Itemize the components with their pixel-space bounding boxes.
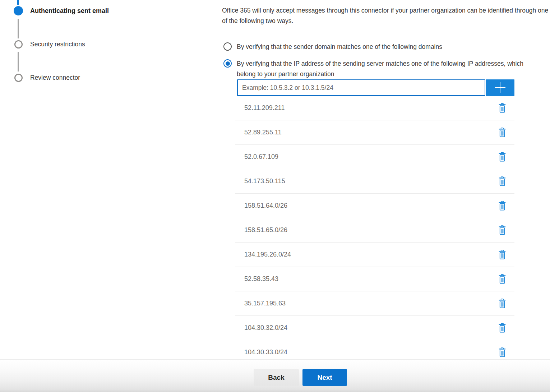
radio-option-ip-address[interactable]: By verifying that the IP address of the … [223,59,532,79]
ip-list-row: 35.157.195.63 [235,291,514,316]
delete-ip-button[interactable] [498,200,507,211]
trash-icon [498,274,506,284]
trash-icon [498,103,506,113]
back-button[interactable]: Back [254,369,299,386]
intro-text: Office 365 will only accept messages thr… [222,5,550,26]
ip-list-row: 52.58.35.43 [235,267,514,291]
trash-icon [498,176,506,186]
ip-list-row: 104.30.32.0/24 [235,316,514,340]
ip-list-row: 52.89.255.11 [235,120,514,145]
step-connector [18,19,19,38]
ip-value: 52.89.255.11 [244,129,282,136]
ip-list-row: 104.30.33.0/24 [235,340,514,359]
radio-button-ip-address[interactable] [223,59,232,68]
radio-option-label: By verifying that the sender domain matc… [237,42,442,52]
radio-button-sender-domain[interactable] [223,42,232,51]
delete-ip-button[interactable] [498,347,507,358]
ip-list-row: 158.51.65.0/26 [235,218,514,243]
footer-bar: Back Next [0,359,550,392]
trash-icon [498,201,506,211]
step-connector-top [17,0,19,5]
delete-ip-button[interactable] [498,298,507,309]
ip-value: 52.58.35.43 [244,275,278,283]
ip-value: 52.11.209.211 [244,104,285,112]
ip-value: 52.0.67.109 [244,153,278,161]
trash-icon [498,225,506,235]
ip-list-row: 158.51.64.0/26 [235,194,514,218]
step-marker-review[interactable] [14,74,23,82]
ip-value: 134.195.26.0/24 [244,251,291,258]
ip-value: 104.30.33.0/24 [244,349,287,356]
ip-list-row: 52.0.67.109 [235,145,514,169]
ip-value: 104.30.32.0/24 [244,324,287,332]
delete-ip-button[interactable] [498,176,507,187]
delete-ip-button[interactable] [498,249,507,260]
delete-ip-button[interactable] [498,322,507,333]
delete-ip-button[interactable] [498,102,507,114]
ip-value: 35.157.195.63 [244,300,286,307]
trash-icon [498,250,506,259]
radio-option-label: By verifying that the IP address of the … [237,59,532,79]
delete-ip-button[interactable] [498,151,507,162]
ip-value: 158.51.64.0/26 [244,202,287,209]
step-marker-authenticating[interactable] [14,6,23,15]
step-label-security: Security restrictions [30,40,85,49]
ip-value: 54.173.50.115 [244,177,285,185]
add-ip-button[interactable] [486,79,514,96]
trash-icon [498,299,506,308]
trash-icon [498,152,506,162]
radio-option-sender-domain[interactable]: By verifying that the sender domain matc… [223,42,532,52]
delete-ip-button[interactable] [498,225,507,236]
trash-icon [498,323,506,333]
trash-icon [498,128,506,137]
ip-list-row: 54.173.50.115 [235,169,514,194]
main-content: Office 365 will only accept messages thr… [196,0,550,359]
ip-list: 52.11.209.211 52.89.255.11 [235,96,514,359]
step-label-authenticating: Authenticating sent email [30,6,109,15]
step-connector [18,52,19,72]
delete-ip-button[interactable] [498,127,507,138]
ip-list-row: 52.11.209.211 [235,96,514,120]
wizard-steps-panel: Authenticating sent email Security restr… [0,0,196,359]
step-label-review: Review connector [30,73,80,82]
delete-ip-button[interactable] [498,273,507,285]
trash-icon [498,347,506,357]
ip-list-row: 134.195.26.0/24 [235,243,514,267]
step-marker-security[interactable] [14,40,23,49]
ip-value: 158.51.65.0/26 [244,226,287,234]
next-button[interactable]: Next [302,369,347,386]
ip-address-input[interactable] [237,79,485,96]
